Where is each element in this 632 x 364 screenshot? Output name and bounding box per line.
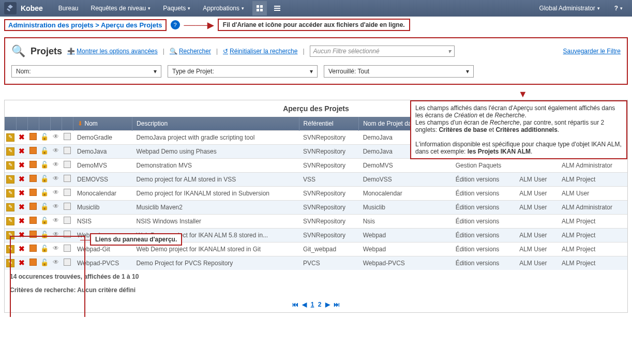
- view-icon[interactable]: 👁: [53, 231, 59, 238]
- edit-icon[interactable]: [6, 189, 14, 198]
- advanced-options-link[interactable]: ➕Montrer les options avancées: [67, 48, 158, 55]
- cell-name: Monocalendar: [73, 187, 132, 201]
- history-icon[interactable]: [64, 175, 71, 182]
- edit-icon[interactable]: [6, 231, 14, 239]
- delete-icon[interactable]: ✖: [19, 231, 25, 239]
- view-icon[interactable]: 👁: [53, 133, 59, 140]
- delete-icon[interactable]: ✖: [19, 259, 25, 267]
- pager-last[interactable]: ⏭: [334, 301, 340, 308]
- chevron-down-icon: ▾: [310, 68, 313, 75]
- delete-icon[interactable]: ✖: [19, 161, 25, 169]
- save-filter-link[interactable]: Sauvegarder le Filtre: [563, 48, 621, 55]
- icon-btn-2[interactable]: [270, 1, 284, 16]
- delete-icon[interactable]: ✖: [19, 217, 25, 225]
- icon-btn-1[interactable]: [252, 1, 267, 16]
- delete-icon[interactable]: ✖: [19, 189, 25, 197]
- copy-icon[interactable]: [29, 203, 37, 210]
- filter-locked[interactable]: Verrouillé: Tout▾: [324, 65, 474, 78]
- history-icon[interactable]: [64, 259, 71, 266]
- menu-requetes[interactable]: Requêtes de niveau▾: [86, 1, 156, 16]
- view-icon[interactable]: 👁: [53, 175, 59, 182]
- cell-c8: ALM Project: [558, 229, 627, 242]
- overview-panel: Aperçu des Projets Les champs affichés d…: [4, 100, 628, 313]
- help-icon[interactable]: ?: [171, 20, 180, 29]
- cell-name: Musiclib: [73, 201, 132, 215]
- lock-icon[interactable]: 🔓: [40, 259, 49, 266]
- history-icon[interactable]: [64, 231, 71, 238]
- view-icon[interactable]: 👁: [53, 259, 59, 266]
- pager-prev[interactable]: ◀: [302, 301, 307, 308]
- view-icon[interactable]: 👁: [53, 161, 59, 168]
- history-icon[interactable]: [64, 161, 71, 168]
- col-repo[interactable]: Référentiel: [299, 117, 359, 131]
- edit-icon[interactable]: [6, 161, 14, 170]
- view-icon[interactable]: 👁: [53, 245, 59, 252]
- help-menu[interactable]: ?▾: [609, 2, 628, 15]
- copy-icon[interactable]: [29, 133, 37, 140]
- history-icon[interactable]: [64, 133, 71, 140]
- history-icon[interactable]: [64, 217, 71, 224]
- pager-first[interactable]: ⏮: [292, 301, 298, 308]
- pager-next[interactable]: ▶: [325, 301, 330, 308]
- breadcrumb[interactable]: Administration des projets > Aperçu des …: [4, 19, 167, 31]
- delete-icon[interactable]: ✖: [19, 245, 25, 253]
- search-link[interactable]: 🔍Rechercher: [170, 48, 211, 55]
- copy-icon[interactable]: [29, 245, 37, 252]
- filter-type[interactable]: Type de Projet:▾: [168, 65, 318, 78]
- edit-icon[interactable]: [6, 217, 14, 225]
- edit-icon[interactable]: [6, 175, 14, 184]
- delete-icon[interactable]: ✖: [19, 203, 25, 211]
- cell-desc: Demonstration MVS: [132, 159, 299, 173]
- edit-icon[interactable]: [6, 259, 14, 267]
- copy-icon[interactable]: [29, 189, 37, 196]
- view-icon[interactable]: 👁: [53, 217, 59, 224]
- history-icon[interactable]: [64, 245, 71, 252]
- lock-icon[interactable]: 🔓: [40, 189, 49, 196]
- history-icon[interactable]: [64, 203, 71, 210]
- cell-name: NSIS: [73, 215, 132, 229]
- col-desc[interactable]: Description: [132, 117, 299, 131]
- filter-name[interactable]: Nom:▾: [11, 65, 161, 78]
- history-icon[interactable]: [64, 189, 71, 196]
- pager-page-2[interactable]: 2: [318, 301, 322, 308]
- copy-icon[interactable]: [29, 175, 37, 182]
- copy-icon[interactable]: [29, 231, 37, 238]
- cell-c8: ALM User: [558, 187, 627, 201]
- history-icon[interactable]: [64, 147, 71, 154]
- delete-icon[interactable]: ✖: [19, 133, 25, 141]
- lock-icon[interactable]: 🔓: [40, 175, 49, 183]
- pager-page-1[interactable]: 1: [311, 301, 314, 308]
- lock-icon[interactable]: 🔓: [40, 231, 49, 238]
- copy-icon[interactable]: [29, 217, 37, 224]
- menu-paquets[interactable]: Paquets▾: [158, 1, 195, 16]
- edit-icon[interactable]: [6, 245, 14, 253]
- user-menu[interactable]: Global Administrator▾: [534, 2, 605, 15]
- delete-icon[interactable]: ✖: [19, 175, 25, 183]
- lock-icon[interactable]: 🔓: [40, 217, 49, 224]
- view-icon[interactable]: 👁: [53, 147, 59, 154]
- delete-icon[interactable]: ✖: [19, 147, 25, 155]
- col-name[interactable]: ⬇Nom: [73, 117, 132, 131]
- menu-bureau[interactable]: Bureau: [53, 1, 84, 16]
- lock-icon[interactable]: 🔓: [40, 161, 49, 169]
- reset-search-link[interactable]: ↺Réinitialiser la recherche: [223, 48, 297, 55]
- lock-icon[interactable]: 🔓: [40, 245, 49, 252]
- view-icon[interactable]: 👁: [53, 203, 59, 210]
- search-criteria: Critères de recherche: Aucun critère déf…: [5, 283, 627, 297]
- copy-icon[interactable]: [29, 259, 37, 266]
- lock-icon[interactable]: 🔓: [40, 133, 49, 141]
- filter-select[interactable]: Aucun Filtre sélectionné▾: [310, 46, 455, 57]
- cell-repo: SVNRepository: [299, 201, 359, 215]
- cell-c7: [515, 159, 558, 173]
- edit-icon[interactable]: [6, 147, 14, 156]
- view-icon[interactable]: 👁: [53, 189, 59, 196]
- lock-icon[interactable]: 🔓: [40, 203, 49, 210]
- copy-icon[interactable]: [29, 147, 37, 154]
- lock-icon[interactable]: 🔓: [40, 147, 49, 155]
- copy-icon[interactable]: [29, 161, 37, 168]
- menu-approbations[interactable]: Approbations▾: [198, 1, 249, 16]
- chevron-down-icon: ▾: [466, 68, 469, 75]
- search-icon: 🔍: [11, 44, 25, 58]
- edit-icon[interactable]: [6, 133, 14, 142]
- edit-icon[interactable]: [6, 203, 14, 211]
